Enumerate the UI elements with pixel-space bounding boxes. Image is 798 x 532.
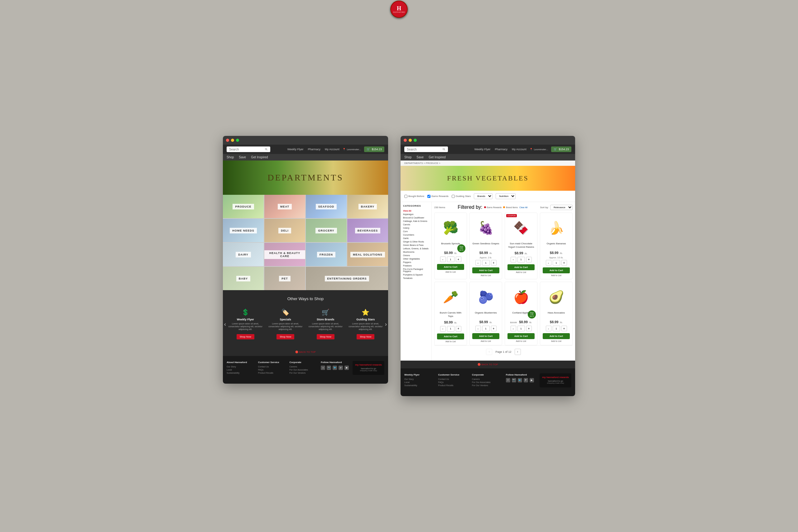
ways-prev-arrow[interactable]: ‹ — [224, 321, 226, 327]
raisins-add-to-list-link[interactable]: Add to List — [508, 271, 535, 273]
right-facebook-icon[interactable]: f — [506, 378, 510, 382]
avocados-qty-plus[interactable]: + — [562, 326, 567, 331]
shop-menu-item[interactable]: Shop — [227, 155, 234, 159]
youtube-icon[interactable]: ▶ — [344, 365, 349, 370]
next-page-button[interactable]: › — [515, 349, 521, 355]
footer-local[interactable]: Local — [227, 369, 254, 371]
apples-add-to-list-link[interactable]: Add to List — [508, 340, 535, 342]
dept-meat[interactable]: MEAT — [264, 195, 305, 218]
earns-rewards-filter[interactable]: Earns Rewards — [428, 195, 449, 198]
flyer-shop-now-button[interactable]: Shop Now — [236, 334, 254, 339]
category-lettuce[interactable]: Lettuce, Greens, & Salads — [403, 247, 429, 250]
left-search-input[interactable] — [229, 148, 263, 151]
right-twitter-icon[interactable]: 🐦 — [518, 378, 522, 382]
clear-all-button[interactable]: Clear All — [519, 206, 528, 209]
right-my-account-link[interactable]: My Account — [512, 148, 527, 151]
category-mushrooms[interactable]: Mushrooms — [403, 250, 429, 254]
minimize-dot[interactable] — [231, 139, 234, 142]
category-celery[interactable]: Celery — [403, 226, 429, 230]
right-maximize-dot[interactable] — [414, 139, 417, 142]
dept-produce[interactable]: PRODUCE — [223, 195, 264, 218]
apples-qty-input[interactable] — [517, 326, 525, 331]
nutrition-select[interactable]: Nutrition — [496, 193, 516, 199]
right-footer-product-recalls[interactable]: Product Recalls — [438, 384, 469, 386]
blueberries-add-to-list-link[interactable]: Add to List — [472, 340, 499, 342]
left-search-box[interactable] — [227, 147, 270, 152]
bananas-qty-input[interactable] — [553, 260, 560, 266]
brussels-qty-minus[interactable]: - — [440, 256, 446, 262]
blueberries-qty-minus[interactable]: - — [475, 326, 481, 331]
bought-before-filter[interactable]: Bought Before — [404, 195, 424, 198]
brussels-qty-plus[interactable]: + — [456, 256, 461, 262]
right-footer-local[interactable]: Local — [404, 381, 435, 383]
carrots-add-to-cart-button[interactable]: Add to Cart — [437, 334, 464, 339]
blueberries-qty-input[interactable] — [482, 326, 490, 331]
right-footer-associates[interactable]: For Our Associates — [472, 381, 502, 383]
grapes-add-to-list-link[interactable]: Add to List — [472, 274, 499, 277]
footer-vendors[interactable]: For Our Vendors — [289, 372, 317, 374]
footer-product-recalls[interactable]: Product Recalls — [258, 372, 286, 374]
carrots-qty-minus[interactable]: - — [440, 326, 446, 331]
dept-entertaining[interactable]: ENTERTAINING ORDERS — [306, 267, 388, 290]
category-broccoli[interactable]: Broccoli & Cauliflower — [403, 216, 429, 220]
category-corn[interactable]: Corn — [403, 230, 429, 233]
dept-meal[interactable]: MEAL SOLUTIONS — [347, 243, 388, 266]
category-peppers[interactable]: Peppers — [403, 261, 429, 264]
sort-select[interactable]: Relevance — [550, 205, 573, 210]
avocados-qty-input[interactable] — [553, 326, 560, 331]
avocados-add-to-cart-button[interactable]: Add to Cart — [543, 333, 570, 339]
right-footer-vendors[interactable]: For Our Vendors — [472, 384, 502, 386]
footer-careers[interactable]: Careers — [289, 365, 317, 368]
category-onions[interactable]: Onions — [403, 254, 429, 257]
dept-deli[interactable]: DELI — [264, 219, 305, 242]
right-instagram-icon[interactable]: 📷 — [512, 378, 516, 382]
footer-our-story[interactable]: Our Story — [227, 365, 254, 368]
right-footer-our-story[interactable]: Our Story — [404, 378, 435, 380]
earns-rewards-checkbox[interactable] — [428, 195, 431, 198]
right-footer-faqs[interactable]: FAQs — [438, 381, 469, 383]
dept-dairy[interactable]: DAIRY — [223, 243, 264, 266]
right-minimize-dot[interactable] — [408, 139, 412, 142]
dept-baby[interactable]: BABY — [223, 267, 264, 290]
right-pinterest-icon[interactable]: P — [524, 378, 528, 382]
save-menu-item[interactable]: Save — [239, 155, 246, 159]
dept-hbc[interactable]: HEALTH & BEAUTY CARE — [264, 243, 305, 266]
left-back-to-top[interactable]: 🔴 BACK TO TOP — [223, 348, 388, 356]
avocados-qty-minus[interactable]: - — [546, 326, 551, 331]
guiding-stars-filter[interactable]: Guiding Stars — [452, 195, 471, 198]
category-cabbage[interactable]: Cabbage, Kale & Greens — [403, 220, 429, 223]
close-dot[interactable] — [226, 139, 229, 142]
carrots-add-to-list-link[interactable]: Add to List — [437, 340, 464, 343]
instagram-icon[interactable]: 📷 — [327, 365, 331, 370]
brussels-add-to-cart-button[interactable]: Add to Cart — [437, 264, 464, 270]
raisins-qty-input[interactable] — [517, 257, 525, 262]
dept-beverages[interactable]: BEVERAGES — [347, 219, 388, 242]
specials-shop-now-button[interactable]: Shop Now — [277, 334, 294, 339]
category-view-all[interactable]: View All — [403, 209, 429, 212]
footer-sustainability[interactable]: Sustainability — [227, 372, 254, 374]
footer-associates[interactable]: For Our Associates — [289, 369, 317, 371]
ways-next-arrow[interactable]: › — [385, 321, 387, 327]
raisins-add-to-cart-button[interactable]: Add to Cart — [508, 264, 535, 270]
category-pumpkins[interactable]: Pumpkins & Squash — [403, 273, 429, 277]
category-asparagus[interactable]: Asparagus — [403, 212, 429, 216]
dept-frozen[interactable]: FROZEN — [306, 243, 347, 266]
apples-qty-minus[interactable]: - — [511, 326, 516, 331]
blueberries-qty-plus[interactable]: + — [491, 326, 497, 331]
right-search-box[interactable] — [404, 147, 448, 152]
category-cucumbers[interactable]: Cucumbers — [403, 233, 429, 236]
footer-contact-us[interactable]: Contact Us — [258, 365, 286, 368]
bananas-add-to-cart-button[interactable]: Add to Cart — [543, 267, 570, 273]
category-garlic[interactable]: Garlic — [403, 236, 429, 240]
bananas-add-to-list-link[interactable]: Add to List — [543, 274, 570, 277]
right-get-inspired-menu-item[interactable]: Get Inspired — [429, 155, 445, 159]
dept-seafood[interactable]: SEAFOOD — [306, 195, 347, 218]
left-cart[interactable]: 🛒 $154.23 — [364, 147, 384, 152]
dept-pet[interactable]: PET — [264, 267, 305, 290]
prev-page-button[interactable]: ‹ — [486, 349, 492, 355]
right-pharmacy-link[interactable]: Pharmacy — [495, 148, 508, 151]
footer-faqs[interactable]: FAQs — [258, 369, 286, 371]
right-close-dot[interactable] — [404, 139, 407, 142]
category-carrots[interactable]: Carrots — [403, 223, 429, 226]
category-precut[interactable]: Pre-Cut & Packaged Peppers — [403, 267, 429, 273]
